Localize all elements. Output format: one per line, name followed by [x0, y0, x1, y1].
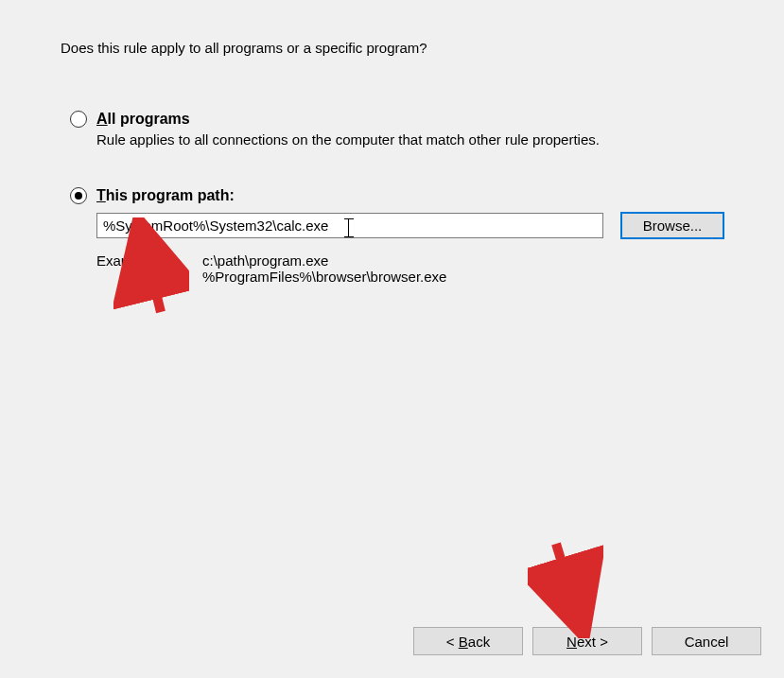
- program-path-input[interactable]: [96, 213, 603, 238]
- example-row: Example: c:\path\program.exe %ProgramFil…: [96, 252, 750, 285]
- example-path-2: %ProgramFiles%\browser\browser.exe: [202, 269, 446, 285]
- option-path-label: This program path:: [96, 187, 235, 204]
- wizard-footer: < Back Next > Cancel: [413, 627, 761, 655]
- example-path-1: c:\path\program.exe: [202, 252, 446, 269]
- example-paths: c:\path\program.exe %ProgramFiles%\brows…: [202, 252, 446, 285]
- path-input-row: Browse...: [96, 212, 750, 239]
- radio-program-path[interactable]: [70, 187, 87, 204]
- option-all-label: All programs: [96, 111, 190, 128]
- option-all-programs: All programs Rule applies to all connect…: [70, 111, 750, 148]
- question-text: Does this rule apply to all programs or …: [61, 40, 750, 56]
- next-button[interactable]: Next >: [532, 627, 642, 655]
- option-path-header[interactable]: This program path:: [70, 187, 750, 204]
- option-all-description: Rule applies to all connections on the c…: [96, 131, 750, 148]
- options-group: All programs Rule applies to all connect…: [70, 111, 750, 285]
- option-program-path: This program path: Browse... Example: c:…: [70, 187, 750, 285]
- browse-button[interactable]: Browse...: [620, 212, 724, 239]
- cancel-button[interactable]: Cancel: [652, 627, 761, 655]
- option-all-header[interactable]: All programs: [70, 111, 750, 128]
- radio-all-programs[interactable]: [70, 111, 87, 128]
- firewall-rule-program-step: Does this rule apply to all programs or …: [0, 0, 784, 678]
- back-button[interactable]: < Back: [413, 627, 523, 655]
- example-label: Example:: [96, 252, 202, 285]
